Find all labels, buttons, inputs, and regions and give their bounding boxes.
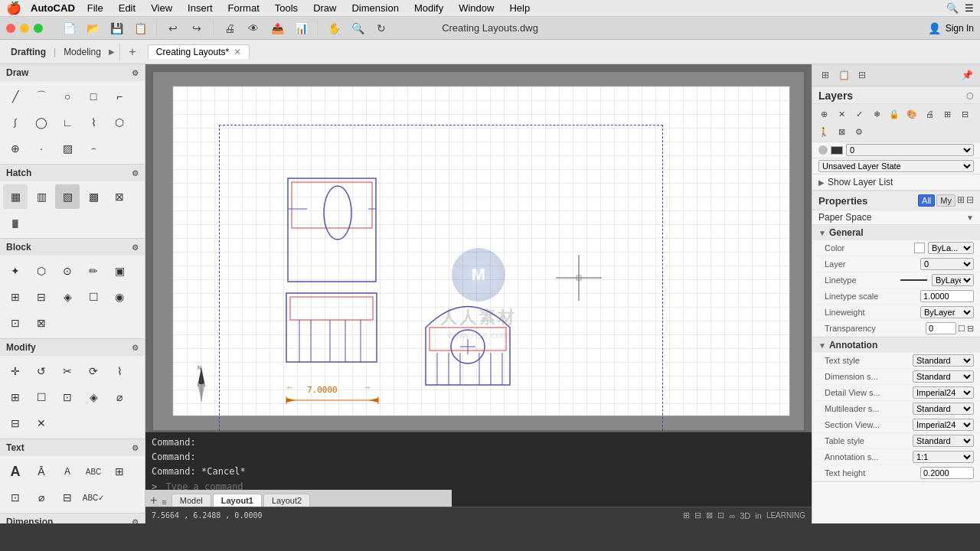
- status-otrack-icon[interactable]: ∞: [729, 511, 735, 520]
- close-button[interactable]: [6, 24, 15, 33]
- tool-block4[interactable]: ⊟: [29, 285, 54, 309]
- tool-block-def[interactable]: ⬡: [29, 259, 54, 283]
- lt-state[interactable]: ⚙: [851, 123, 867, 140]
- menu-dimension[interactable]: Dimension: [348, 2, 401, 14]
- menu-tools[interactable]: Tools: [272, 2, 301, 14]
- toolbar-plot[interactable]: 🖨: [219, 18, 240, 39]
- rp-prop-icon[interactable]: 📋: [835, 67, 852, 83]
- tool-hatch-solid[interactable]: ▦: [3, 184, 28, 209]
- paper-space-dropdown[interactable]: Paper Space ▼: [812, 210, 980, 225]
- menu-view[interactable]: View: [148, 2, 175, 14]
- tool-erase[interactable]: ✕: [29, 411, 54, 435]
- minimize-button[interactable]: [20, 24, 29, 33]
- tool-fillet[interactable]: ◈: [81, 385, 106, 409]
- tool-ellipse[interactable]: ◯: [29, 110, 54, 135]
- filter-my-btn[interactable]: My: [936, 194, 956, 207]
- toolbar-preview[interactable]: 👁: [243, 18, 264, 39]
- filter-all-btn[interactable]: All: [918, 194, 935, 207]
- lt-merge[interactable]: ⊞: [939, 106, 956, 122]
- rp-table-icon[interactable]: ⊟: [854, 67, 871, 83]
- textheight-input[interactable]: [920, 467, 974, 479]
- tool-block7[interactable]: ◉: [107, 285, 132, 309]
- tablestyle-select[interactable]: Standard: [913, 435, 974, 447]
- layer-select[interactable]: 0: [846, 144, 974, 156]
- sign-in-button[interactable]: Sign In: [946, 23, 974, 34]
- rp-layers-icon[interactable]: ⊞: [817, 67, 834, 83]
- menu-window[interactable]: Window: [456, 2, 497, 14]
- menu-edit[interactable]: Edit: [116, 2, 139, 14]
- layer-prop-select[interactable]: 0: [920, 258, 974, 270]
- status-ortho-icon[interactable]: ⊠: [706, 510, 713, 520]
- tool-polygon[interactable]: ⬡: [107, 110, 132, 135]
- toolbar-new[interactable]: 📄: [58, 18, 80, 39]
- tab-layout1[interactable]: Layout1: [213, 494, 262, 507]
- status-grid-icon[interactable]: ⊟: [694, 510, 701, 520]
- toolbar-zoom[interactable]: 🔍: [347, 18, 368, 39]
- tool-explode[interactable]: ⊟: [3, 411, 28, 435]
- hatch-settings-icon[interactable]: ⚙: [132, 169, 139, 178]
- linescale-input[interactable]: [920, 290, 974, 302]
- dimension-settings-icon[interactable]: ⚙: [132, 518, 139, 524]
- modify-section-header[interactable]: Modify ⚙: [0, 339, 145, 356]
- tool-polyline[interactable]: ⌐: [107, 84, 132, 109]
- tool-spell[interactable]: ABC✓: [81, 485, 106, 510]
- tool-array[interactable]: ⊞: [3, 385, 28, 409]
- prop-filter-icon2[interactable]: ⊟: [966, 194, 974, 207]
- block-settings-icon[interactable]: ⚙: [132, 243, 139, 252]
- layer-visible-dot[interactable]: [818, 145, 828, 155]
- lt-match[interactable]: ⊠: [833, 123, 850, 140]
- apple-menu[interactable]: 🍎: [6, 1, 21, 15]
- tool-hatch-fill[interactable]: ▧: [55, 184, 80, 209]
- tool-chamfer[interactable]: ⌀: [107, 385, 132, 409]
- tool-spline[interactable]: ∫: [3, 110, 28, 135]
- toolbar-orbit[interactable]: ↻: [371, 18, 392, 39]
- rp-pin-icon[interactable]: 📌: [959, 67, 975, 83]
- lt-color[interactable]: 🎨: [903, 106, 920, 122]
- tool-point[interactable]: ·: [29, 136, 54, 161]
- tool-mirror[interactable]: ⟳: [81, 359, 106, 383]
- block-section-header[interactable]: Block ⚙: [0, 239, 145, 256]
- transparency-input[interactable]: [926, 322, 956, 334]
- toolbar-save[interactable]: 💾: [106, 18, 127, 39]
- tool-block8[interactable]: ⊡: [3, 311, 28, 335]
- tool-hatch2[interactable]: ▨: [55, 136, 80, 161]
- lt-walk[interactable]: 🚶: [815, 123, 832, 140]
- linescale-value[interactable]: [920, 290, 974, 302]
- toolbar-pub[interactable]: 📤: [266, 18, 288, 39]
- menu-file[interactable]: File: [84, 2, 106, 14]
- show-layer-list-btn[interactable]: ▶ Show Layer List: [812, 174, 980, 191]
- toolbar-viewer[interactable]: 📊: [290, 18, 312, 39]
- tab-model[interactable]: Model: [172, 494, 211, 507]
- workspace-modeling[interactable]: Modeling: [57, 45, 107, 59]
- tool-arc[interactable]: ⌒: [29, 84, 54, 109]
- lt-delete[interactable]: ✕: [833, 106, 850, 122]
- text-section-header[interactable]: Text ⚙: [0, 439, 145, 456]
- layers-collapse-icon[interactable]: ⬡: [966, 91, 974, 101]
- annotation-section-header[interactable]: ▼ Annotation: [812, 337, 980, 353]
- tool-block3[interactable]: ⊞: [3, 285, 28, 309]
- dimension-section-header[interactable]: Dimension ⚙: [0, 514, 145, 523]
- workspace-drafting[interactable]: Drafting: [5, 45, 52, 59]
- lt-new[interactable]: ⊕: [815, 106, 832, 122]
- tool-block2[interactable]: ▣: [107, 259, 132, 283]
- transparency-icon1[interactable]: ☐: [958, 324, 965, 334]
- textstyle-select[interactable]: Standard: [913, 354, 974, 367]
- tool-cloud[interactable]: ⌇: [81, 110, 106, 135]
- tool-corner[interactable]: ∟: [55, 110, 80, 135]
- tool-block6[interactable]: ☐: [81, 285, 106, 309]
- menu-extra[interactable]: ☰: [965, 2, 974, 14]
- tool-text6[interactable]: ⊡: [3, 485, 28, 510]
- menu-insert[interactable]: Insert: [185, 2, 216, 14]
- tool-hatch-cross[interactable]: ⊠: [107, 184, 132, 209]
- tool-scale[interactable]: ⌇: [107, 359, 132, 383]
- menu-modify[interactable]: Modify: [411, 2, 446, 14]
- tool-extend[interactable]: ⊡: [55, 385, 80, 409]
- tool-rotate[interactable]: ↺: [29, 359, 54, 383]
- mlstyle-select[interactable]: Standard: [913, 403, 974, 415]
- tool-rect[interactable]: □: [81, 84, 106, 109]
- maximize-button[interactable]: [34, 24, 43, 33]
- tool-text7[interactable]: ⌀: [29, 485, 54, 510]
- tool-hatch-dense[interactable]: ▩: [81, 184, 106, 209]
- tool-stretch[interactable]: ☐: [29, 385, 54, 409]
- layout-list-btn[interactable]: ≡: [162, 497, 166, 507]
